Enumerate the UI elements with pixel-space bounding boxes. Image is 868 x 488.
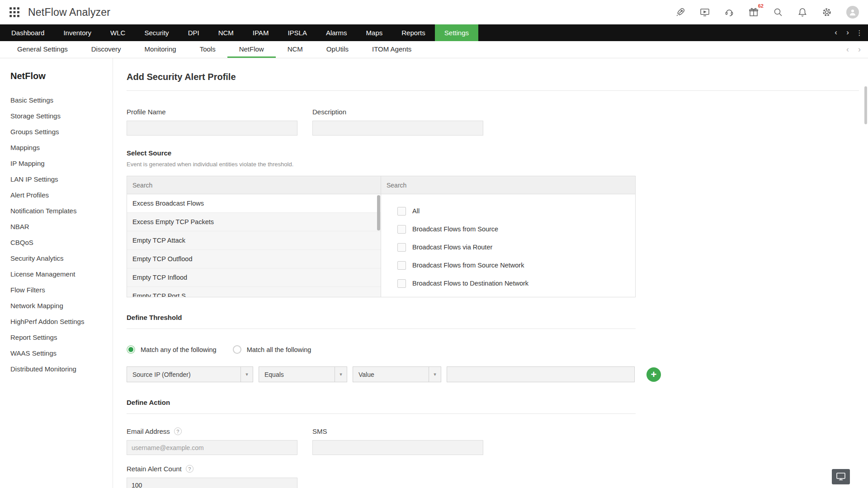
search-icon[interactable] bbox=[773, 7, 783, 17]
subnav-item[interactable]: General Settings bbox=[5, 41, 80, 58]
option-label: Broadcast Flows from Source Network bbox=[412, 262, 524, 269]
nav-scroll-right-icon[interactable]: › bbox=[842, 24, 854, 41]
source-type-item[interactable]: Empty TCP Outflood bbox=[127, 250, 381, 268]
subnav-scroll-left-icon[interactable]: ‹ bbox=[846, 45, 849, 54]
list-scrollbar-thumb[interactable] bbox=[377, 195, 380, 230]
sms-input[interactable] bbox=[312, 440, 483, 455]
nav-item[interactable]: Security bbox=[135, 24, 178, 41]
sidebar-item[interactable]: Security Analytics bbox=[10, 250, 113, 266]
checkbox-icon[interactable] bbox=[397, 225, 406, 234]
profile-name-input[interactable] bbox=[127, 121, 297, 136]
gift-icon[interactable]: 62 bbox=[749, 7, 759, 17]
source-options-search-input[interactable] bbox=[387, 182, 630, 189]
source-type-item[interactable]: Empty TCP Inflood bbox=[127, 268, 381, 287]
nav-scroll-left-icon[interactable]: ‹ bbox=[830, 24, 842, 41]
option-row[interactable]: Broadcast Flows from Source bbox=[397, 220, 635, 238]
nav-item[interactable]: WLC bbox=[101, 24, 135, 41]
settings-gear-icon[interactable] bbox=[822, 7, 832, 17]
user-avatar[interactable] bbox=[846, 6, 859, 19]
condition-operator-dropdown[interactable]: Equals ▾ bbox=[259, 366, 347, 382]
rocket-icon[interactable] bbox=[675, 7, 685, 17]
source-type-item[interactable]: Excess Empty TCP Packets bbox=[127, 213, 381, 231]
screen-share-icon[interactable] bbox=[700, 7, 710, 17]
subnav-item[interactable]: Discovery bbox=[80, 41, 133, 58]
nav-item[interactable]: Reports bbox=[392, 24, 435, 41]
nav-item[interactable]: Inventory bbox=[54, 24, 101, 41]
notifications-bell-icon[interactable] bbox=[797, 7, 807, 17]
sidebar-item[interactable]: LAN IP Settings bbox=[10, 171, 113, 187]
support-icon[interactable] bbox=[724, 7, 734, 17]
checkbox-icon[interactable] bbox=[397, 279, 406, 288]
source-type-item-selected[interactable]: Excess Broadcast Flows bbox=[127, 194, 381, 213]
subnav-item-netflow-active[interactable]: NetFlow bbox=[227, 41, 276, 58]
subnav-item[interactable]: NCM bbox=[276, 41, 315, 58]
nav-item[interactable]: DPI bbox=[179, 24, 209, 41]
sidebar-item[interactable]: Storage Settings bbox=[10, 108, 113, 124]
sidebar-item[interactable]: CBQoS bbox=[10, 235, 113, 250]
sidebar-title: NetFlow bbox=[10, 71, 113, 81]
source-type-item[interactable]: Empty TCP Attack bbox=[127, 231, 381, 250]
nav-item[interactable]: Dashboard bbox=[2, 24, 54, 41]
option-row[interactable]: All bbox=[397, 202, 635, 220]
source-type-item[interactable]: Empty TCP Port S bbox=[127, 287, 381, 297]
nav-item-settings-active[interactable]: Settings bbox=[435, 24, 478, 41]
retain-help-icon[interactable]: ? bbox=[186, 465, 193, 473]
subnav-item[interactable]: Monitoring bbox=[133, 41, 188, 58]
divider bbox=[127, 328, 636, 329]
sidebar-item[interactable]: HighPerf Addon Settings bbox=[10, 314, 113, 329]
nav-item[interactable]: Maps bbox=[357, 24, 392, 41]
nav-item[interactable]: IPAM bbox=[243, 24, 278, 41]
sidebar-item[interactable]: Notification Templates bbox=[10, 203, 113, 219]
match-all-radio[interactable]: Match all the following bbox=[233, 345, 311, 354]
match-mode-radios: Match any of the following Match all the… bbox=[127, 345, 859, 354]
radio-selected-icon[interactable] bbox=[127, 345, 135, 354]
select-source-section: Select Source Event is generated when in… bbox=[127, 149, 859, 297]
source-type-search-input[interactable] bbox=[132, 182, 375, 189]
sidebar-item[interactable]: License Management bbox=[10, 266, 113, 282]
nav-item[interactable]: Alarms bbox=[316, 24, 357, 41]
email-input[interactable] bbox=[127, 440, 297, 455]
sidebar-item[interactable]: IP Mapping bbox=[10, 155, 113, 171]
email-help-icon[interactable]: ? bbox=[174, 427, 182, 435]
subnav-item[interactable]: ITOM Agents bbox=[360, 41, 423, 58]
sidebar-item[interactable]: NBAR bbox=[10, 219, 113, 235]
select-source-subtitle: Event is generated when individual entit… bbox=[127, 161, 859, 168]
retain-alert-count-input[interactable] bbox=[127, 478, 297, 488]
subnav-item[interactable]: Tools bbox=[188, 41, 227, 58]
sidebar-item[interactable]: Flow Filters bbox=[10, 282, 113, 298]
sidebar-item[interactable]: Mappings bbox=[10, 140, 113, 155]
sidebar-item[interactable]: Report Settings bbox=[10, 329, 113, 345]
condition-field-dropdown[interactable]: Source IP (Offender) ▾ bbox=[127, 366, 253, 382]
option-row[interactable]: Broadcast Flows from Source Network bbox=[397, 256, 635, 274]
divider bbox=[127, 413, 636, 414]
match-any-radio[interactable]: Match any of the following bbox=[127, 345, 217, 354]
add-condition-button[interactable]: + bbox=[646, 367, 661, 382]
netflow-sidebar: NetFlow Basic Settings Storage Settings … bbox=[0, 58, 113, 488]
sidebar-item[interactable]: WAAS Settings bbox=[10, 345, 113, 361]
sidebar-item[interactable]: Network Mapping bbox=[10, 298, 113, 314]
console-monitor-button[interactable] bbox=[832, 469, 850, 484]
nav-item[interactable]: IPSLA bbox=[278, 24, 316, 41]
checkbox-icon[interactable] bbox=[397, 261, 406, 270]
condition-value-input[interactable] bbox=[447, 366, 635, 382]
checkbox-icon[interactable] bbox=[397, 207, 406, 216]
dropdown-value: Value bbox=[353, 371, 429, 378]
nav-overflow-kebab-icon[interactable]: ⋮ bbox=[854, 24, 865, 41]
sidebar-item[interactable]: Alert Profiles bbox=[10, 187, 113, 203]
condition-value-type-dropdown[interactable]: Value ▾ bbox=[353, 366, 441, 382]
subnav-scroll-right-icon[interactable]: › bbox=[858, 45, 861, 54]
option-row[interactable]: Broadcast Flows to Destination Network bbox=[397, 274, 635, 292]
subnav-item[interactable]: OpUtils bbox=[315, 41, 360, 58]
description-input[interactable] bbox=[312, 121, 483, 136]
sidebar-item[interactable]: Groups Settings bbox=[10, 124, 113, 140]
option-row[interactable]: Broadcast Flows via Router bbox=[397, 238, 635, 256]
sidebar-item[interactable]: Basic Settings bbox=[10, 92, 113, 108]
nav-item[interactable]: NCM bbox=[209, 24, 243, 41]
radio-unselected-icon[interactable] bbox=[233, 345, 241, 354]
option-label: Broadcast Flows to Destination Network bbox=[412, 280, 528, 287]
apps-grid-icon[interactable] bbox=[9, 7, 20, 18]
retain-label-row: Retain Alert Count ? bbox=[127, 465, 859, 473]
page-scrollbar-thumb[interactable] bbox=[864, 86, 867, 124]
checkbox-icon[interactable] bbox=[397, 243, 406, 252]
sidebar-item[interactable]: Distributed Monitoring bbox=[10, 361, 113, 377]
